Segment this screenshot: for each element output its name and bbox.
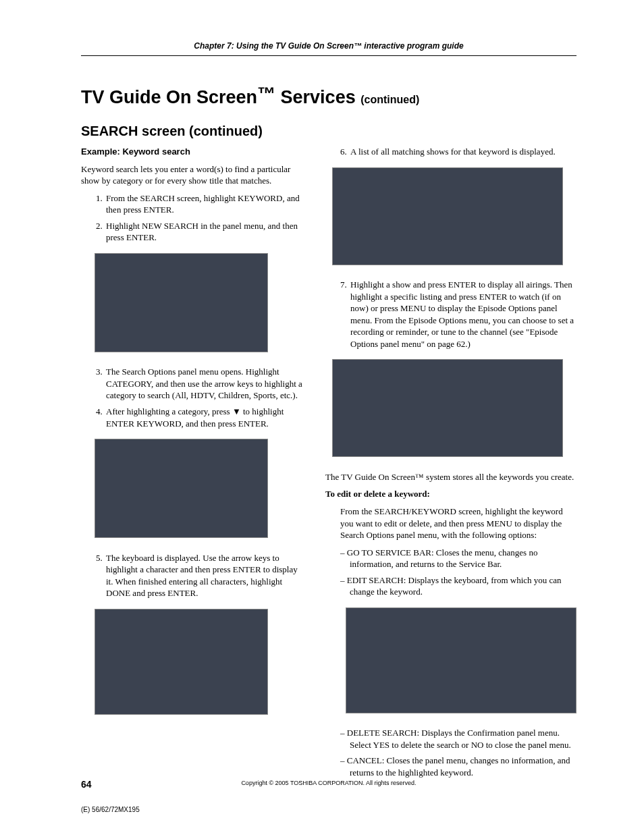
example-heading: Example: Keyword search: [81, 146, 304, 158]
left-column: Example: Keyword search Keyword search l…: [81, 143, 304, 784]
step-5: The keyboard is displayed. Use the arrow…: [105, 552, 304, 599]
right-column: A list of all matching shows for that ke…: [325, 143, 576, 784]
main-title-cont: (continued): [360, 94, 419, 106]
screenshot-search-options: [95, 439, 268, 538]
step-1: From the SEARCH screen, highlight KEYWOR…: [105, 192, 304, 216]
edit-intro: From the SEARCH/KEYWORD screen, highligh…: [325, 506, 576, 541]
chapter-header: Chapter 7: Using the TV Guide On Screen™…: [81, 40, 576, 56]
options-list-2: DELETE SEARCH: Displays the Confirmation…: [325, 727, 576, 778]
step-7: Highlight a show and press ENTER to disp…: [349, 279, 576, 350]
tm-superscript: ™: [257, 84, 275, 104]
option-delete-search: DELETE SEARCH: Displays the Confirmation…: [340, 727, 576, 751]
steps-right-2: Highlight a show and press ENTER to disp…: [325, 279, 576, 350]
option-cancel: CANCEL: Closes the panel menu, changes n…: [340, 755, 576, 778]
screenshot-episode-options: [332, 359, 563, 457]
doc-code: (E) 56/62/72MX195: [81, 805, 140, 815]
step-4: After highlighting a category, press ▼ t…: [105, 406, 304, 429]
step-3: The Search Options panel menu opens. Hig…: [105, 366, 304, 402]
screenshot-results-list: [332, 167, 563, 265]
edit-delete-title: To edit or delete a keyword:: [325, 488, 576, 500]
options-list: GO TO SERVICE BAR: Closes the menu, chan…: [325, 547, 576, 598]
step-2: Highlight NEW SEARCH in the panel menu, …: [105, 220, 304, 244]
steps-left-3: The keyboard is displayed. Use the arrow…: [81, 552, 304, 599]
main-title-a: TV Guide On Screen: [81, 88, 257, 108]
intro-left: Keyword search lets you enter a word(s) …: [81, 163, 304, 187]
option-go-to-service-bar: GO TO SERVICE BAR: Closes the menu, chan…: [340, 547, 576, 570]
stores-keywords-note: The TV Guide On Screen™ system stores al…: [325, 471, 576, 483]
screenshot-keyword-new-search: [95, 253, 268, 352]
main-title-b: Services: [275, 88, 360, 108]
copyright-footer: Copyright © 2005 TOSHIBA CORPORATION. Al…: [81, 779, 576, 787]
step-6: A list of all matching shows for that ke…: [349, 146, 576, 158]
main-title-line: TV Guide On Screen™ Services (continued): [81, 82, 576, 110]
section-title: SEARCH screen (continued): [81, 122, 576, 140]
screenshot-edit-search: [346, 607, 576, 713]
option-edit-search: EDIT SEARCH: Displays the keyboard, from…: [340, 574, 576, 598]
steps-right: A list of all matching shows for that ke…: [325, 146, 576, 158]
screenshot-keyboard: [95, 609, 268, 715]
steps-left-2: The Search Options panel menu opens. Hig…: [81, 366, 304, 429]
steps-left: From the SEARCH screen, highlight KEYWOR…: [81, 192, 304, 244]
